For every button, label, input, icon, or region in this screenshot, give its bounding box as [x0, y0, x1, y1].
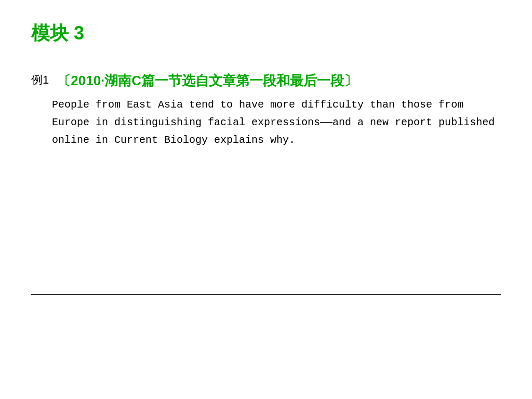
section-divider: [31, 294, 501, 295]
example-header-row: 例1 〔2010·湖南C篇一节选自文章第一段和最后一段〕: [31, 72, 501, 90]
module-title: 模块 3: [31, 21, 501, 46]
page-container: 模块 3 例1 〔2010·湖南C篇一节选自文章第一段和最后一段〕 People…: [0, 0, 532, 399]
example-bracket-text: 〔2010·湖南C篇一节选自文章第一段和最后一段〕: [57, 72, 357, 90]
example-label: 例1: [31, 72, 49, 88]
example-content: People from East Asia tend to have more …: [31, 96, 501, 149]
english-paragraph: People from East Asia tend to have more …: [52, 96, 501, 149]
